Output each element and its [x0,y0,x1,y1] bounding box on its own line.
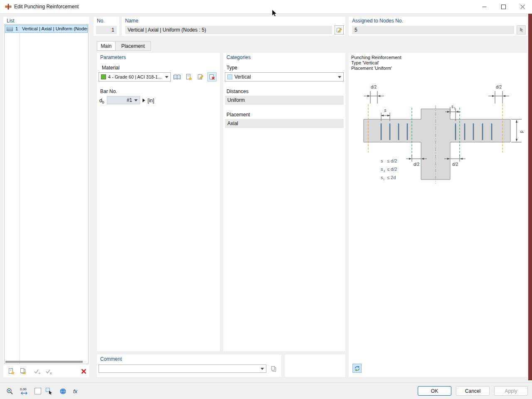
list-hscrollbar-thumb[interactable] [5,361,83,363]
comment-header: Comment [100,356,122,362]
dim-s1: s1 [451,104,456,110]
copy-entry-button[interactable] [18,367,27,376]
background-app-strip [528,14,532,380]
check-apply-button[interactable] [32,367,42,376]
comment-panel: Comment [97,355,281,377]
punching-diagram: d/2 d/2 s s1 d d/2 d/2 s≤ d/2 s1≤ d/2 sl… [360,83,528,186]
chevron-down-icon [338,76,341,78]
type-value: Vertical [234,74,336,80]
list-hscrollbar[interactable] [5,361,86,363]
delete-page-icon [209,74,216,81]
pencil-icon [336,27,342,33]
edit-material-button[interactable] [196,72,205,81]
edit-name-button[interactable] [335,25,344,34]
check-discard-button[interactable] [44,367,53,376]
library-book-icon [173,74,181,80]
global-settings-button[interactable] [57,386,68,397]
bar-symbol: db [99,98,104,104]
delete-entry-button[interactable] [79,367,88,376]
type-label: Type [227,65,237,71]
select-arrow-icon [519,27,524,33]
magnifier-icon [6,387,13,395]
bar-size-expand-button[interactable] [141,96,146,104]
ineq-s: s≤ d/2 [381,158,397,163]
list-item-label: Vertical | Axial | Uniform (Nodes : [22,26,87,31]
chevron-down-icon [134,99,138,101]
material-combobox[interactable]: 4 - Grade 60 | ACI 318-1... [99,72,171,81]
fx-label: fx [73,388,78,394]
comment-combobox[interactable] [99,365,266,373]
new-entry-button[interactable] [7,367,16,376]
ok-label: OK [431,388,438,394]
app-icon [5,3,12,10]
globe-icon [59,388,66,395]
display-mode-button[interactable] [32,386,43,397]
material-label: Material [102,65,120,71]
list-item[interactable]: 1 Vertical | Axial | Uniform (Nodes : [5,25,88,33]
material-value: 4 - Grade 60 | ACI 318-1... [108,74,163,79]
no-label: No. [97,18,105,24]
pick-in-model-button[interactable] [43,386,55,397]
bar-no-label: Bar No. [100,89,117,94]
dim-d: d [520,131,524,133]
no-field: 1 [96,26,117,34]
bottom-bar: 0.00 fx OK [0,382,532,399]
delete-material-button[interactable] [207,72,217,81]
apply-label: Apply [505,388,517,394]
close-button[interactable] [513,0,532,13]
dim-d2-top-right: d/2 [496,85,502,89]
titlebar: Edit Punching Reinforcement [0,0,532,14]
cancel-button[interactable]: Cancel [456,386,490,396]
categories-panel: Categories Type Vertical Distances Unifo… [223,53,345,351]
apply-button[interactable]: Apply [494,386,528,396]
tab-placement-label: Placement [121,43,145,49]
copy-pages-icon [271,366,277,372]
list-panel: List 1 Vertical | Axial | Uniform (Nodes… [3,17,89,377]
name-field[interactable]: Vertical | Axial | Uniform (Nodes : 5) [125,26,332,34]
preview-render-toggle-button[interactable] [352,364,362,373]
maximize-button[interactable] [494,0,513,13]
assigned-field[interactable]: 5 [352,26,514,34]
distances-field: Uniform [225,96,344,105]
list-item-number: 1 [15,26,18,31]
parameters-header: Parameters [100,54,126,60]
assigned-label: Assigned to Nodes No. [352,18,403,24]
preview-panel: Punching Reinforcement Type 'Vertical' P… [349,53,527,377]
find-settings-button[interactable] [4,386,15,397]
ineq-sl: sl≤ 2d [381,175,396,181]
tab-strip: Main Placement [97,41,151,51]
dim-d2-bottom-right: d/2 [452,162,458,167]
preview-placement: Placement 'Uniform' [351,66,401,71]
preview-type: Type 'Vertical' [351,60,401,66]
comment-copy-button[interactable] [269,364,278,373]
chevron-down-icon [261,368,264,370]
decimal-places-button[interactable]: 0.00 [18,386,30,397]
parameters-panel: Parameters Material 4 - Grade 60 | ACI 3… [97,53,220,351]
bar-symbol-d: d [99,98,102,103]
type-combobox[interactable]: Vertical [225,72,344,81]
refresh-arrows-icon [354,365,360,372]
material-library-button[interactable] [172,72,182,81]
bar-unit: [in] [148,98,154,103]
list-header: List [7,18,15,24]
select-nodes-button[interactable] [517,25,526,34]
list-item-icon [7,27,13,32]
tab-main[interactable]: Main [97,41,116,51]
formula-button[interactable]: fx [71,386,82,397]
cancel-label: Cancel [465,388,480,394]
tab-placement[interactable]: Placement [116,41,151,51]
assigned-panel: Assigned to Nodes No. 5 [349,17,527,36]
material-color-swatch [101,74,106,79]
name-label: Name [125,18,138,24]
ok-button[interactable]: OK [418,386,451,396]
no-panel: No. 1 [94,17,119,36]
bar-size-value: #1 [109,97,132,103]
name-panel: Name Vertical | Axial | Uniform (Nodes :… [122,17,345,36]
edit-page-pencil-icon [197,74,204,81]
new-material-button[interactable] [184,72,193,81]
bar-size-combobox[interactable]: #1 [107,96,140,104]
minimize-button[interactable] [475,0,494,13]
new-page-star-icon [185,74,192,81]
placement-field: Axial [225,119,344,128]
chevron-down-icon [165,76,168,78]
